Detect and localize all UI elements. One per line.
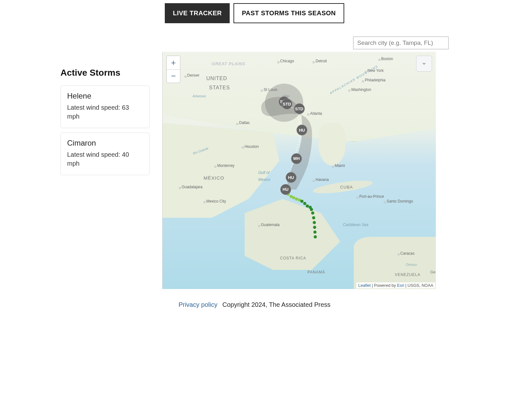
- copyright-text: Copyright 2024, The Associated Press: [222, 301, 331, 308]
- attr-text: | Powered by: [371, 283, 397, 288]
- city-dot: [365, 71, 367, 73]
- footer: Privacy policy Copyright 2024, The Assoc…: [60, 301, 449, 308]
- zoom-in-button[interactable]: +: [167, 56, 180, 69]
- search-input[interactable]: [353, 37, 449, 49]
- city-label: Boston: [381, 57, 393, 61]
- city-dot: [398, 253, 400, 255]
- city-dot: [362, 80, 364, 82]
- city-label: Philadelphia: [365, 78, 386, 82]
- land-florida: [318, 123, 346, 166]
- map-attribution: Leaflet | Powered by Esri | USGS, NOAA: [356, 282, 435, 288]
- city-dot: [185, 76, 186, 78]
- city-label: Dallas: [239, 120, 250, 125]
- city-label: Guadalajara: [182, 185, 202, 189]
- storm-wind-speed: Latest wind speed: 40 mph: [67, 150, 143, 168]
- city-label: Port-au-Prince: [359, 194, 384, 199]
- city-dot: [313, 180, 315, 182]
- map-region-label: UNITED: [206, 76, 227, 81]
- track-point: [303, 202, 306, 205]
- map-region-label: VENEZUELA: [395, 272, 420, 277]
- city-label: Guatemala: [261, 223, 280, 227]
- storm-card-helene[interactable]: Helene Latest wind speed: 63 mph: [60, 86, 150, 128]
- esri-link[interactable]: Esri: [397, 283, 404, 288]
- map-region-label: Arkansas: [192, 94, 206, 98]
- track-point: [311, 211, 314, 215]
- sidebar-title: Active Storms: [60, 68, 150, 78]
- city-dot: [179, 187, 181, 189]
- city-dot: [332, 166, 334, 168]
- city-label: Monterrey: [217, 163, 234, 168]
- track-point: [313, 221, 316, 224]
- track-point: [310, 208, 313, 211]
- track-point: [300, 200, 303, 203]
- map-region-label: Gulf of: [258, 170, 269, 175]
- city-label: St Louis: [264, 87, 277, 92]
- forecast-marker[interactable]: HU: [286, 172, 296, 183]
- city-label: Detroit: [316, 59, 327, 63]
- map-region-label: COSTA RICA: [280, 256, 306, 260]
- tab-bar: LIVE TRACKER PAST STORMS THIS SEASON: [60, 3, 449, 23]
- city-dot: [204, 201, 206, 203]
- city-label: Houston: [245, 144, 259, 149]
- track-point: [313, 231, 317, 234]
- map-region-label: PANAMÁ: [307, 270, 325, 274]
- city-dot: [357, 196, 359, 198]
- forecast-marker[interactable]: STD: [294, 103, 305, 114]
- chevron-down-icon: [422, 61, 427, 66]
- map-region-label: Ge: [430, 270, 436, 274]
- city-label: Denver: [187, 73, 199, 78]
- city-label: Havana: [316, 177, 329, 182]
- storm-wind-speed: Latest wind speed: 63 mph: [67, 103, 143, 121]
- map-region-label: Caribbean Sea: [343, 223, 368, 227]
- map-region-label: Mexico: [258, 177, 270, 182]
- forecast-marker[interactable]: STD: [282, 99, 292, 109]
- city-label: Washington: [351, 87, 371, 92]
- city-label: Santo Domingo: [387, 199, 413, 203]
- city-label: Atlanta: [310, 111, 322, 116]
- city-dot: [277, 61, 279, 63]
- storm-name: Cimaron: [67, 139, 143, 148]
- track-point: [312, 216, 315, 219]
- map-region-label: GREAT PLAINS: [212, 61, 246, 66]
- storm-map[interactable]: + − Leaflet | Powered by Esri | USGS, NO…: [162, 52, 436, 289]
- track-point: [313, 226, 316, 229]
- map-region-label: MÉXICO: [204, 175, 224, 181]
- land-south-america: [354, 237, 436, 289]
- storm-card-cimaron[interactable]: Cimaron Latest wind speed: 40 mph: [60, 133, 150, 175]
- forecast-marker[interactable]: MH: [291, 153, 302, 164]
- map-region-label: Orinoco: [406, 263, 417, 266]
- map-region-label: CUBA: [340, 185, 353, 189]
- storm-name: Helene: [67, 92, 143, 100]
- track-point: [314, 235, 317, 238]
- city-dot: [236, 123, 238, 125]
- tab-live-tracker[interactable]: LIVE TRACKER: [165, 3, 230, 23]
- city-label: Mexico City: [206, 199, 226, 203]
- city-label: Caracas: [400, 251, 415, 256]
- city-dot: [379, 59, 380, 61]
- layers-toggle[interactable]: [416, 56, 432, 72]
- city-dot: [384, 201, 386, 203]
- privacy-link[interactable]: Privacy policy: [178, 301, 217, 308]
- forecast-marker[interactable]: HU: [296, 125, 307, 135]
- tab-past-storms[interactable]: PAST STORMS THIS SEASON: [234, 3, 344, 23]
- leaflet-link[interactable]: Leaflet: [358, 283, 371, 288]
- attr-text: | USGS, NOAA: [404, 283, 433, 288]
- city-label: Miami: [335, 163, 345, 168]
- active-storms-sidebar: Active Storms Helene Latest wind speed: …: [60, 52, 150, 289]
- city-label: Chicago: [280, 59, 294, 63]
- map-region-label: STATES: [209, 85, 230, 91]
- zoom-control: + −: [166, 56, 180, 83]
- zoom-out-button[interactable]: −: [167, 69, 180, 83]
- city-dot: [258, 225, 260, 227]
- forecast-marker[interactable]: HU: [280, 184, 291, 195]
- city-label: New York: [367, 68, 384, 73]
